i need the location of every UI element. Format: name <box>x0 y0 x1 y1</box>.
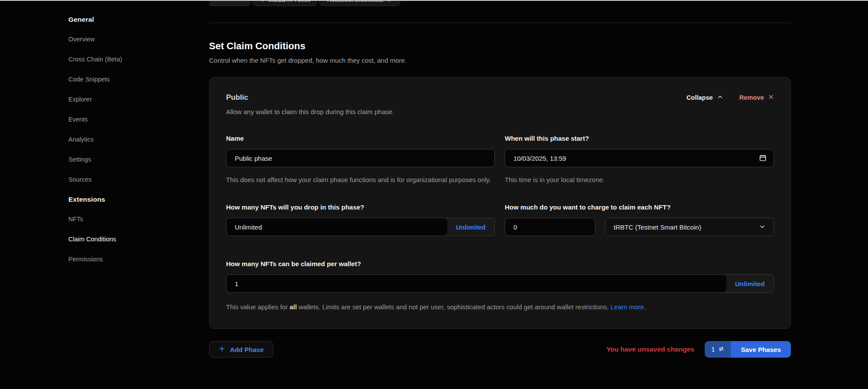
sidebar-item-nfts[interactable]: NFTs <box>68 215 195 223</box>
name-label: Name <box>226 135 495 142</box>
plus-icon <box>219 345 225 353</box>
name-input[interactable] <box>226 149 495 167</box>
add-phase-button[interactable]: Add Phase <box>209 341 274 358</box>
supply-label: How many NFTs will you drop in this phas… <box>226 203 495 211</box>
phase-description: Allow any wallet to claim this drop duri… <box>226 108 394 115</box>
contract-address-button[interactable]: 0xEbD...F760e9 <box>253 0 317 6</box>
price-amount-input[interactable] <box>505 218 595 236</box>
chevron-down-icon <box>760 223 765 231</box>
start-time-field: When will this phase start? This time is… <box>505 135 774 185</box>
collapse-button-label: Collapse <box>686 94 713 101</box>
sidebar-item-overview[interactable]: Overview <box>68 35 195 43</box>
main-content: 0xEbD...F760e9 Rootstock Blockscout Set … <box>209 0 791 358</box>
per-wallet-label: How many NFTs can be claimed per wallet? <box>226 260 774 267</box>
start-time-label: When will this phase start? <box>505 135 774 142</box>
sidebar-section-general: General Overview Cross Chain (Beta) Code… <box>68 16 195 183</box>
price-label: How much do you want to charge to claim … <box>505 203 774 211</box>
supply-input[interactable] <box>226 218 447 236</box>
top-edge-strip <box>0 0 868 1</box>
sidebar-item-settings[interactable]: Settings <box>68 156 195 163</box>
price-field: How much do you want to charge to claim … <box>505 203 774 236</box>
sidebar-item-events[interactable]: Events <box>68 115 195 123</box>
sidebar-item-claim-conditions[interactable]: Claim Conditions <box>68 235 195 243</box>
sidebar: General Overview Cross Chain (Beta) Code… <box>68 16 195 275</box>
close-icon <box>768 94 774 101</box>
remove-button-label: Remove <box>740 94 764 101</box>
phases-footer: Add Phase You have unsaved changes 1 Sav… <box>209 341 791 358</box>
sidebar-heading-extensions: Extensions <box>68 196 195 203</box>
sidebar-item-code-snippets[interactable]: Code Snippets <box>68 75 195 83</box>
collapse-button[interactable]: Collapse <box>686 94 723 101</box>
explorer-link-button[interactable]: Rootstock Blockscout <box>319 0 400 6</box>
claim-phase-card: Public Allow any wallet to claim this dr… <box>209 77 791 329</box>
unsaved-changes-text: You have unsaved changes <box>606 345 694 353</box>
sidebar-item-explorer[interactable]: Explorer <box>68 95 195 103</box>
transaction-count: 1 <box>711 346 715 353</box>
contract-topbar: 0xEbD...F760e9 Rootstock Blockscout <box>209 0 791 6</box>
page-subtitle: Control when the NFTs get dropped, how m… <box>209 57 791 64</box>
phase-card-titles: Public Allow any wallet to claim this dr… <box>226 93 394 115</box>
per-wallet-helper: This value applies for all wallets. Limi… <box>226 301 766 314</box>
page-title: Set Claim Conditions <box>209 41 791 52</box>
per-wallet-input[interactable] <box>226 275 726 292</box>
currency-select[interactable]: tRBTC (Testnet Smart Bitcoin) <box>605 218 774 236</box>
supply-unlimited-button[interactable]: Unlimited <box>447 218 494 236</box>
chevron-up-icon <box>717 94 723 101</box>
phase-card-header: Public Allow any wallet to claim this dr… <box>226 93 774 115</box>
transaction-count-button[interactable]: 1 <box>705 341 731 358</box>
name-helper: This does not affect how your claim phas… <box>226 175 495 185</box>
sidebar-item-permissions[interactable]: Permissions <box>68 255 195 263</box>
phase-form: Name This does not affect how your claim… <box>226 135 774 236</box>
calendar-icon[interactable] <box>759 154 767 163</box>
per-wallet-helper-rest: wallets. Limits are set per wallets and … <box>297 303 611 311</box>
sidebar-item-cross-chain[interactable]: Cross Chain (Beta) <box>68 55 195 63</box>
start-time-helper: This time is in your local timezone. <box>505 175 774 185</box>
add-phase-label: Add Phase <box>230 346 264 353</box>
name-field: Name This does not affect how your claim… <box>226 135 495 185</box>
section-divider <box>209 23 791 23</box>
sidebar-heading-general: General <box>68 16 195 24</box>
save-split-button: 1 Save Phases <box>705 341 791 358</box>
sidebar-item-analytics[interactable]: Analytics <box>68 135 195 143</box>
save-phases-button[interactable]: Save Phases <box>731 341 791 358</box>
phase-card-actions: Collapse Remove <box>686 93 774 101</box>
phase-title: Public <box>226 93 394 102</box>
sidebar-item-sources[interactable]: Sources <box>68 176 195 183</box>
per-wallet-helper-text: This value applies for <box>226 303 290 311</box>
per-wallet-field: How many NFTs can be claimed per wallet?… <box>226 260 774 314</box>
swap-arrows-icon <box>718 346 724 353</box>
per-wallet-helper-period: . <box>644 303 646 311</box>
sidebar-section-extensions: Extensions NFTs Claim Conditions Permiss… <box>68 196 195 263</box>
start-time-input[interactable] <box>505 149 774 167</box>
supply-field: How many NFTs will you drop in this phas… <box>226 203 495 236</box>
remove-button[interactable]: Remove <box>740 94 774 101</box>
save-area: You have unsaved changes 1 Save Phases <box>606 341 791 358</box>
learn-more-link[interactable]: Learn more <box>611 303 644 311</box>
per-wallet-unlimited-button[interactable]: Unlimited <box>726 275 773 292</box>
currency-selected-value: tRBTC (Testnet Smart Bitcoin) <box>614 223 701 231</box>
topbar-partial-button[interactable] <box>209 0 250 6</box>
per-wallet-helper-bold: all <box>290 303 297 311</box>
